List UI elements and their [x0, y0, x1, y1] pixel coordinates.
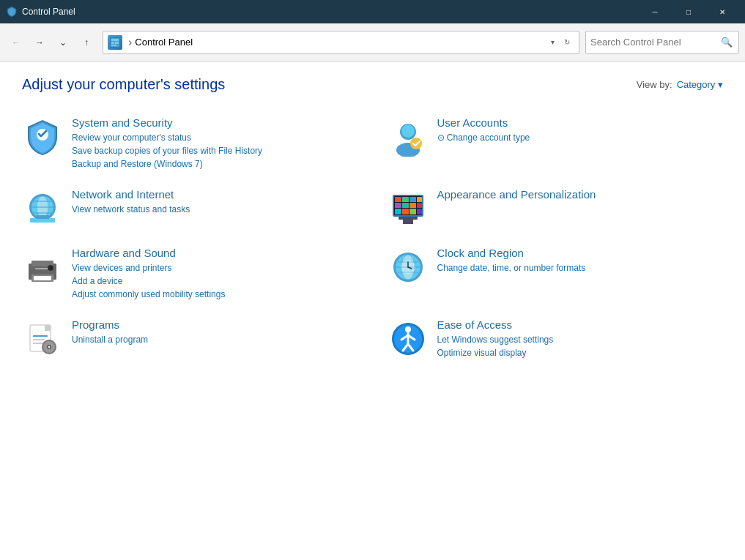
svg-rect-28: [417, 203, 422, 208]
forward-button[interactable]: →: [29, 32, 50, 53]
titlebar-title: Control Panel: [22, 7, 638, 17]
main-content: Adjust your computer's settings View by:…: [0, 61, 745, 560]
ease-of-access-link-1[interactable]: Let Windows suggest settings: [437, 333, 724, 346]
category-hardware-sound[interactable]: Hardware and Sound View devices and prin…: [22, 241, 358, 307]
svg-rect-26: [402, 203, 409, 208]
refresh-button[interactable]: ↻: [560, 35, 574, 50]
user-accounts-link-1[interactable]: ⊙ Change account type: [437, 131, 724, 144]
svg-point-62: [48, 346, 51, 348]
up-button[interactable]: ↑: [76, 32, 97, 53]
appearance-title[interactable]: Appearance and Personalization: [437, 188, 724, 201]
svg-rect-31: [409, 209, 416, 214]
svg-rect-39: [34, 276, 51, 280]
appearance-info: Appearance and Personalization: [437, 188, 724, 203]
hardware-sound-link-3[interactable]: Adjust commonly used mobility settings: [72, 288, 358, 301]
system-security-icon: [22, 116, 63, 157]
view-by-control: View by: Category ▾: [637, 79, 723, 90]
minimize-button[interactable]: ─: [638, 0, 672, 23]
address-dropdown-button[interactable]: ▾: [545, 35, 560, 50]
system-security-link-2[interactable]: Save backup copies of your files with Fi…: [72, 144, 358, 157]
svg-rect-24: [417, 197, 422, 202]
svg-rect-2: [111, 39, 119, 41]
user-accounts-title[interactable]: User Accounts: [437, 116, 724, 129]
programs-title[interactable]: Programs: [72, 318, 358, 331]
search-input[interactable]: [590, 37, 719, 48]
hardware-sound-icon: [22, 247, 63, 288]
hardware-sound-info: Hardware and Sound View devices and prin…: [72, 247, 358, 301]
address-separator: ›: [128, 36, 132, 49]
address-bar-icon: [108, 35, 122, 50]
view-by-label: View by:: [637, 79, 672, 90]
programs-info: Programs Uninstall a program: [72, 318, 358, 346]
svg-rect-56: [33, 335, 48, 337]
svg-rect-34: [403, 220, 413, 224]
network-internet-info: Network and Internet View network status…: [72, 188, 358, 216]
ease-of-access-icon: [388, 318, 429, 359]
clock-region-title[interactable]: Clock and Region: [437, 247, 724, 259]
clock-region-link-1[interactable]: Change date, time, or number formats: [437, 261, 724, 275]
hardware-sound-link-1[interactable]: View devices and printers: [72, 261, 358, 275]
toolbar: ← → ⌄ ↑ › Control Panel ▾ ↻ 🔍: [0, 23, 745, 61]
category-ease-of-access[interactable]: Ease of Access Let Windows suggest setti…: [388, 313, 724, 365]
window-controls: ─ □ ✕: [638, 0, 739, 23]
address-text: Control Panel: [135, 37, 545, 48]
network-internet-title[interactable]: Network and Internet: [72, 188, 358, 201]
network-internet-link-1[interactable]: View network status and tasks: [72, 203, 358, 216]
svg-rect-27: [409, 203, 416, 208]
user-accounts-info: User Accounts ⊙ Change account type: [437, 116, 724, 144]
svg-point-8: [401, 124, 415, 138]
system-security-link-3[interactable]: Backup and Restore (Windows 7): [72, 157, 358, 171]
main-header: Adjust your computer's settings View by:…: [22, 76, 723, 93]
hardware-sound-title[interactable]: Hardware and Sound: [72, 247, 358, 259]
page-title: Adjust your computer's settings: [22, 76, 225, 93]
maximize-button[interactable]: □: [672, 0, 705, 23]
search-button[interactable]: 🔍: [719, 35, 734, 50]
user-accounts-icon: [388, 116, 429, 157]
category-network-internet[interactable]: Network and Internet View network status…: [22, 182, 358, 235]
svg-rect-18: [36, 215, 49, 219]
network-internet-icon: [22, 188, 63, 229]
system-security-title[interactable]: System and Security: [72, 116, 358, 129]
programs-link-1[interactable]: Uninstall a program: [72, 333, 358, 346]
svg-rect-21: [395, 197, 401, 202]
address-bar: › Control Panel ▾ ↻: [103, 31, 579, 54]
svg-rect-55: [45, 325, 51, 331]
svg-rect-22: [402, 197, 409, 202]
appearance-icon: [388, 188, 429, 229]
search-box: 🔍: [585, 31, 739, 54]
svg-rect-4: [115, 42, 119, 44]
svg-point-43: [49, 266, 50, 267]
category-clock-region[interactable]: Clock and Region Change date, time, or n…: [388, 241, 724, 307]
svg-rect-57: [33, 339, 45, 340]
svg-rect-33: [399, 217, 418, 220]
svg-point-10: [410, 138, 422, 149]
ease-of-access-link-2[interactable]: Optimize visual display: [437, 346, 724, 359]
view-by-dropdown[interactable]: Category ▾: [677, 79, 723, 90]
app-icon: [6, 6, 18, 18]
titlebar: Control Panel ─ □ ✕: [0, 0, 745, 23]
category-user-accounts[interactable]: User Accounts ⊙ Change account type: [388, 111, 724, 176]
recent-pages-button[interactable]: ⌄: [53, 32, 73, 53]
ease-of-access-title[interactable]: Ease of Access: [437, 318, 724, 331]
category-appearance[interactable]: Appearance and Personalization: [388, 182, 724, 235]
svg-rect-32: [417, 209, 422, 214]
back-button[interactable]: ←: [6, 32, 26, 53]
category-programs[interactable]: Programs Uninstall a program: [22, 313, 358, 365]
hardware-sound-link-2[interactable]: Add a device: [72, 275, 358, 288]
svg-rect-29: [395, 209, 401, 214]
svg-rect-23: [409, 197, 416, 202]
programs-icon: [22, 318, 63, 359]
svg-rect-3: [111, 42, 114, 44]
clock-region-icon: [388, 247, 429, 288]
svg-rect-40: [35, 268, 50, 269]
svg-rect-30: [402, 209, 409, 214]
clock-region-info: Clock and Region Change date, time, or n…: [437, 247, 724, 275]
svg-rect-5: [111, 45, 116, 46]
category-system-security[interactable]: System and Security Review your computer…: [22, 111, 358, 176]
ease-of-access-info: Ease of Access Let Windows suggest setti…: [437, 318, 724, 359]
system-security-link-1[interactable]: Review your computer's status: [72, 131, 358, 144]
svg-point-42: [49, 266, 53, 270]
svg-rect-25: [395, 203, 401, 208]
close-button[interactable]: ✕: [705, 0, 739, 23]
system-security-info: System and Security Review your computer…: [72, 116, 358, 171]
